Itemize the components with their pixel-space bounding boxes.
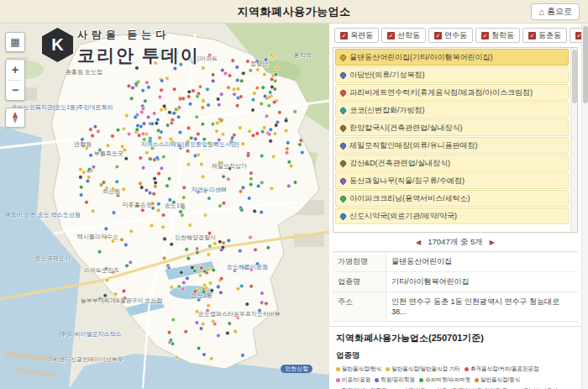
detail-label: 업종명	[333, 272, 386, 292]
list-item-label: 아이파크크리닝(용역서비스/세탁소)	[349, 193, 470, 204]
checkbox-icon: ✓	[528, 32, 536, 39]
list-item[interactable]: 아이파크크리닝(용역서비스/세탁소)	[335, 190, 569, 207]
list-item-label: 파리바게트연수럭키(휴게음식점/제과점/아이스크림점)	[349, 87, 533, 98]
legend-item: 일반음식점/일반음식점 기타	[386, 365, 460, 373]
legend-item-label: 학원/문리학원	[381, 376, 415, 384]
legend-subtitle: 업종명	[336, 350, 575, 361]
home-icon: ⌂	[538, 7, 544, 17]
detail-label: 주소	[333, 292, 386, 321]
filter-row: ✓옥련동✓선학동✓연수동✓청학동✓동춘동✓송도동	[329, 24, 581, 46]
compass-button[interactable]	[5, 108, 25, 128]
category-dot-icon	[386, 367, 390, 371]
legend-title: 지역화폐사용가능업소(250701기준)	[336, 332, 575, 344]
legend-item-label: 일반음식점/중식	[480, 376, 520, 384]
map-pin-icon	[339, 124, 348, 132]
list-item-label: 물댄동산어린이집(기타/아이행복어린이집)	[349, 52, 493, 63]
detail-row: 업종명기타/아이행복어린이집	[333, 272, 578, 292]
prev-page-button[interactable]: ◀	[416, 239, 421, 246]
district-filter-chip[interactable]: ✓동춘동	[522, 28, 567, 43]
district-filter-label: 선학동	[397, 30, 420, 41]
category-dot-icon	[465, 367, 469, 371]
pagination: ◀ 17047개 중 5개 ▶	[329, 234, 581, 250]
district-filter-label: 동춘동	[538, 30, 561, 41]
legend-item-label: 슈퍼마켓/슈퍼마켓	[425, 376, 470, 384]
header-bar: 지역화폐사용가능업소 ⌂ 홈으로	[0, 0, 588, 24]
list-item-label: 강산&D(건축관련업/실내장식)	[349, 158, 450, 169]
compass-needle-south-icon	[13, 118, 18, 124]
list-item[interactable]: 동산과일나무(직물/침구류/수예점)	[335, 172, 569, 189]
map-svg	[0, 24, 329, 389]
detail-value: 기타/아이행복어린이집	[386, 272, 578, 292]
detail-label: 가맹점명	[333, 252, 386, 271]
checkbox-icon: ✓	[387, 32, 395, 39]
legend-items: 일반음식점/한식일반음식점/일반음식점 기타휴게음식점/커피/음료전문점미용/미…	[336, 365, 575, 389]
map-pin-icon	[339, 176, 348, 185]
detail-value: 인천 연수구 동춘 1동 인천광역시 연수구 청능대로 38...	[386, 292, 578, 321]
list-item[interactable]: 신도시약국(의료기관/제약/약국)	[335, 208, 569, 224]
legend-section: 지역화폐사용가능업소(250701기준) 업종명 일반음식점/한식일반음식점/일…	[329, 326, 581, 389]
list-item[interactable]: 제일모직할인매장(의류/유니폼판매점)	[335, 137, 569, 154]
business-list-items: 물댄동산어린이집(기타/아이행복어린이집)아당반(의류/기성복점)파리바게트연수…	[333, 48, 570, 225]
map-pin-icon	[339, 159, 348, 167]
legend-item: 일반음식점/중식	[475, 376, 520, 384]
map-pin-icon	[339, 71, 348, 79]
map-pin-icon	[339, 53, 348, 61]
category-dot-icon	[419, 378, 423, 382]
district-filter-label: 연수동	[444, 30, 467, 41]
legend-item: 일반음식점/한식	[336, 365, 381, 373]
panel-scrollbar-thumb[interactable]	[583, 26, 588, 103]
home-button-label: 홈으로	[547, 6, 572, 18]
list-item[interactable]: 파리바게트연수럭키(휴게음식점/제과점/아이스크림점)	[335, 84, 569, 101]
category-dot-icon	[375, 378, 379, 382]
legend-item: 학원/문리학원	[375, 376, 415, 384]
legend-item-label: 미용/미용원	[342, 376, 370, 384]
list-item[interactable]: 한양칼국시(건축관련업/실내장식)	[335, 119, 569, 136]
home-button[interactable]: ⌂ 홈으로	[531, 3, 580, 20]
category-dot-icon	[336, 378, 340, 382]
list-item[interactable]: 아당반(의류/기성복점)	[335, 66, 569, 83]
checkbox-icon: ✓	[481, 32, 489, 39]
map-pin-icon	[339, 106, 348, 114]
list-item[interactable]: 코코(신변잡화/가방점)	[335, 102, 569, 118]
category-dot-icon	[336, 367, 340, 371]
detail-row: 가맹점명물댄동산어린이집	[333, 252, 578, 272]
next-page-button[interactable]: ▶	[490, 239, 495, 246]
zoom-in-button[interactable]: +	[6, 60, 24, 80]
list-item-label: 한양칼국시(건축관련업/실내장식)	[349, 123, 463, 134]
map-pin-icon	[339, 141, 348, 150]
list-scrollbar-thumb[interactable]	[572, 50, 577, 103]
district-filter-chip[interactable]: ✓연수동	[428, 28, 473, 43]
map-layers-button[interactable]: ▦	[5, 32, 25, 52]
pagination-label: 17047개 중 5개	[428, 237, 482, 248]
checkbox-icon: ✓	[340, 32, 348, 39]
district-filter-chip[interactable]: ✓송도동	[570, 28, 581, 43]
list-item[interactable]: 물댄동산어린이집(기타/아이행복어린이집)	[335, 49, 569, 66]
list-item[interactable]: 강산&D(건축관련업/실내장식)	[335, 155, 569, 171]
checkbox-icon: ✓	[575, 32, 581, 39]
compass-needle-north-icon	[13, 112, 18, 118]
legend-item: 휴게음식점/커피/음료전문점	[465, 365, 539, 373]
list-item-label: 아당반(의류/기성복점)	[349, 70, 425, 81]
store-details-table: 가맹점명물댄동산어린이집업종명기타/아이행복어린이집주소인천 연수구 동춘 1동…	[333, 251, 578, 322]
legend-item: 미용/미용원	[336, 376, 370, 384]
category-dot-icon	[475, 378, 479, 382]
checkbox-icon: ✓	[434, 32, 442, 39]
zoom-out-button[interactable]: −	[6, 81, 24, 101]
district-filter-label: 옥련동	[350, 30, 373, 41]
layers-icon: ▦	[10, 36, 19, 48]
business-list: 물댄동산어린이집(기타/아이행복어린이집)아당반(의류/기성복점)파리바게트연수…	[333, 47, 578, 233]
panel-scrollbar[interactable]	[581, 24, 588, 389]
map-canvas[interactable]: 환흥원 송도점옛정길한진아파트청량산동막역송도노인복지관(송도1동)주민대표회의…	[0, 24, 329, 389]
zoom-control: + −	[5, 59, 25, 101]
district-filter-chip[interactable]: ✓옥련동	[334, 28, 379, 43]
list-item-label: 동산과일나무(직물/침구류/수예점)	[349, 176, 465, 187]
list-scrollbar[interactable]	[570, 48, 577, 232]
business-panel: ✓옥련동✓선학동✓연수동✓청학동✓동춘동✓송도동 물댄동산어린이집(기타/아이행…	[329, 24, 581, 389]
list-item-label: 코코(신변잡화/가방점)	[349, 105, 425, 116]
legend-item-label: 일반음식점/한식	[342, 365, 381, 373]
list-item-label: 신도시약국(의료기관/제약/약국)	[349, 211, 457, 222]
district-filter-chip[interactable]: ✓선학동	[381, 28, 426, 43]
district-filter-chip[interactable]: ✓청학동	[475, 28, 520, 43]
map-pin-icon	[339, 88, 348, 97]
app-window: 지역화폐사용가능업소 ⌂ 홈으로	[0, 0, 588, 389]
